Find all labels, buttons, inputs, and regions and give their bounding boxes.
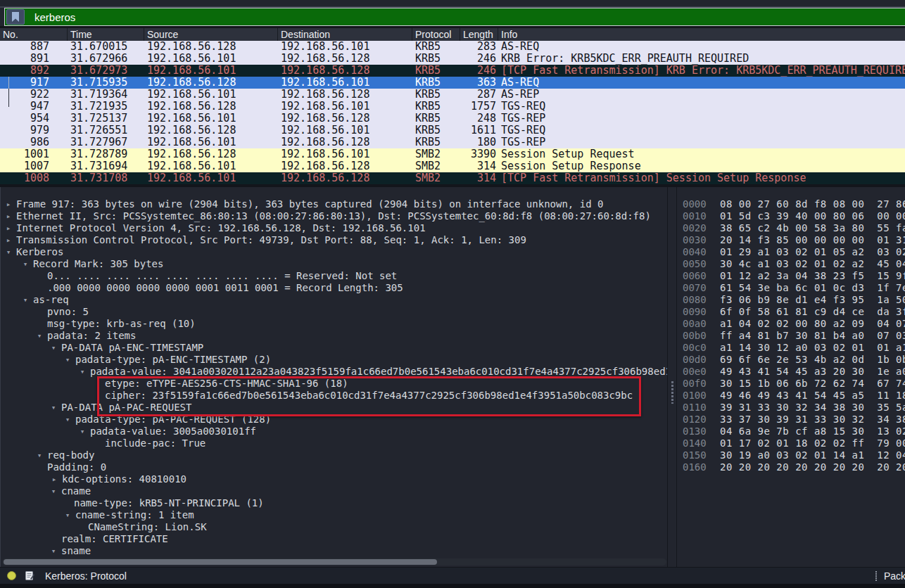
collapse-arrow-icon[interactable]: ▾ bbox=[77, 366, 87, 378]
scrollbar-thumb[interactable] bbox=[4, 559, 437, 565]
expand-arrow-icon[interactable]: ▸ bbox=[4, 234, 13, 246]
hex-row[interactable]: 00c0a1 14 30 12 a0 03 02 01 01 a1 bbox=[683, 342, 905, 354]
collapse-arrow-icon[interactable]: ▾ bbox=[63, 354, 72, 366]
detail-horizontal-scrollbar[interactable] bbox=[2, 558, 666, 565]
hex-row[interactable]: 004001 29 a1 03 02 01 05 a2 03 02 bbox=[683, 246, 905, 258]
hex-row[interactable]: 0080f3 06 b9 8e d1 e4 f3 95 1a 50 bbox=[683, 294, 905, 306]
tree-row[interactable]: ▾PA-DATA pA-PAC-REQUEST bbox=[1, 402, 667, 414]
tree-row[interactable]: ▾padata: 2 items bbox=[1, 330, 667, 342]
tree-row[interactable]: ▾padata-type: pA-PAC-REQUEST (128) bbox=[1, 414, 667, 426]
tree-row[interactable]: ▾padata-type: pA-ENC-TIMESTAMP (2) bbox=[1, 354, 667, 366]
tree-row[interactable]: include-pac: True bbox=[1, 437, 667, 449]
packet-row[interactable]: 100731.731694192.168.56.101192.168.56.12… bbox=[0, 160, 905, 172]
packet-row[interactable]: 97931.726551192.168.56.128192.168.56.101… bbox=[0, 124, 905, 136]
hex-row[interactable]: 00d069 6f 6e 2e 53 4b a2 0d 1b 0b bbox=[683, 354, 905, 366]
collapse-arrow-icon[interactable]: ▾ bbox=[34, 330, 44, 342]
tree-row[interactable]: ▾cname bbox=[1, 485, 667, 497]
tree-row[interactable]: ▸Transmission Control Protocol, Src Port… bbox=[1, 234, 667, 246]
hex-row[interactable]: 00906f 0f 58 61 81 c9 d4 ce da 3f bbox=[683, 306, 905, 318]
packet-row[interactable]: 94731.721935192.168.56.128192.168.56.101… bbox=[0, 101, 905, 113]
collapse-arrow-icon[interactable]: ▾ bbox=[63, 509, 72, 521]
expert-info-dot-icon[interactable] bbox=[7, 571, 16, 580]
tree-row[interactable]: ▾sname bbox=[1, 545, 667, 557]
status-splitter-handle[interactable] bbox=[875, 570, 877, 582]
tree-row[interactable]: ▸Ethernet II, Src: PCSSystemtec_86:80:13… bbox=[1, 210, 667, 222]
tree-row[interactable]: name-type: kRB5-NT-PRINCIPAL (1) bbox=[1, 497, 667, 509]
expand-arrow-icon[interactable]: ▸ bbox=[4, 210, 13, 222]
column-header-info[interactable]: Info bbox=[498, 28, 905, 41]
hex-row[interactable]: 006001 12 a2 3a 04 38 23 f5 15 9f bbox=[683, 270, 905, 282]
tree-row[interactable]: ▸Frame 917: 363 bytes on wire (2904 bits… bbox=[1, 198, 667, 210]
packet-row[interactable]: 98631.727967192.168.56.101192.168.56.128… bbox=[0, 136, 905, 148]
filter-bookmark-button[interactable] bbox=[6, 9, 25, 25]
packet-row[interactable]: 88731.670015192.168.56.128192.168.56.101… bbox=[0, 41, 905, 53]
tree-row[interactable]: cipher: 23f5159fa1c66ed7b0e561543eba6c01… bbox=[1, 390, 667, 402]
tree-row[interactable]: .000 0000 0000 0000 0000 0001 0011 0001 … bbox=[1, 282, 667, 294]
hex-row[interactable]: 015030 19 a0 03 02 01 14 a1 12 04 bbox=[683, 449, 905, 461]
column-header-time[interactable]: Time bbox=[68, 28, 144, 41]
packet-row[interactable]: 89131.672966192.168.56.101192.168.56.128… bbox=[0, 53, 905, 65]
tree-row[interactable]: ▾PA-DATA pA-ENC-TIMESTAMP bbox=[1, 342, 667, 354]
collapse-arrow-icon[interactable]: ▾ bbox=[20, 258, 30, 270]
tree-row[interactable]: CNameString: Lion.SK bbox=[1, 521, 667, 533]
expand-arrow-icon[interactable]: ▸ bbox=[49, 473, 59, 485]
collapse-arrow-icon[interactable]: ▾ bbox=[63, 414, 72, 426]
collapse-arrow-icon[interactable]: ▾ bbox=[34, 449, 44, 461]
tree-row[interactable]: ▾req-body bbox=[1, 449, 667, 461]
hex-row[interactable]: 000008 00 27 60 8d f8 08 00 27 86 bbox=[683, 198, 905, 210]
tree-row[interactable]: msg-type: krb-as-req (10) bbox=[1, 318, 667, 330]
expand-arrow-icon[interactable]: ▸ bbox=[4, 198, 13, 210]
tree-row[interactable]: ▾Record Mark: 305 bytes bbox=[1, 258, 667, 270]
packet-row[interactable]: 100131.728789192.168.56.128192.168.56.10… bbox=[0, 148, 905, 160]
tree-row[interactable]: 0... .... .... .... .... .... .... .... … bbox=[1, 270, 667, 282]
capture-comment-icon[interactable] bbox=[25, 570, 34, 581]
hex-row[interactable]: 00f030 15 1b 06 6b 72 62 74 67 74 bbox=[683, 378, 905, 390]
tree-row[interactable]: ▾padata-value: 3041a003020112a23a043823f… bbox=[1, 366, 667, 378]
tree-row[interactable]: Padding: 0 bbox=[1, 461, 667, 473]
tree-row[interactable]: realm: CERTIFICATE bbox=[1, 533, 667, 545]
hex-row[interactable]: 00b0ff a4 81 b7 30 81 b4 a0 07 03 bbox=[683, 330, 905, 342]
hex-row[interactable]: 001001 5d c3 39 40 00 80 06 00 00 bbox=[683, 210, 905, 222]
hex-row[interactable]: 00e049 43 41 54 45 a3 20 30 1e a0 bbox=[683, 366, 905, 378]
filter-expression-text[interactable]: kerberos bbox=[34, 11, 75, 23]
collapse-arrow-icon[interactable]: ▾ bbox=[49, 485, 58, 497]
expand-arrow-icon[interactable]: ▸ bbox=[4, 222, 13, 234]
tree-row[interactable]: ▾Kerberos bbox=[1, 246, 667, 258]
tree-row[interactable]: ▾padata-value: 3005a0030101ff bbox=[1, 426, 667, 437]
hex-row[interactable]: 010049 46 49 43 41 54 45 a5 11 18 bbox=[683, 390, 905, 402]
hex-row[interactable]: 016020 20 20 20 20 20 20 20 20 20 bbox=[683, 461, 905, 473]
tree-row[interactable]: ▾as-req bbox=[1, 294, 667, 306]
collapse-arrow-icon[interactable]: ▾ bbox=[49, 342, 58, 354]
column-header-destination[interactable]: Destination bbox=[278, 28, 412, 41]
hex-row[interactable]: 007061 54 3e ba 6c 01 0c d3 1f 7e bbox=[683, 282, 905, 294]
display-filter-input[interactable]: kerberos bbox=[4, 8, 905, 26]
hex-row[interactable]: 005030 4c a1 03 02 01 02 a2 45 04 bbox=[683, 258, 905, 270]
column-header-source[interactable]: Source bbox=[144, 28, 278, 41]
hex-row[interactable]: 00a0a1 04 02 02 00 80 a2 09 04 07 bbox=[683, 318, 905, 330]
hex-row[interactable]: 012033 37 30 39 31 33 30 32 34 38 bbox=[683, 414, 905, 426]
packet-row[interactable]: 100831.731708192.168.56.101192.168.56.12… bbox=[0, 172, 905, 184]
tree-row[interactable]: pvno: 5 bbox=[1, 306, 667, 318]
tree-row[interactable]: ▸Internet Protocol Version 4, Src: 192.1… bbox=[1, 222, 667, 234]
hex-row[interactable]: 013004 6a 9e 7b cf a8 15 30 13 02 bbox=[683, 426, 905, 437]
packet-row[interactable]: 91731.715935192.168.56.128192.168.56.101… bbox=[0, 77, 905, 89]
collapse-arrow-icon[interactable]: ▾ bbox=[49, 402, 58, 414]
collapse-arrow-icon[interactable]: ▾ bbox=[49, 545, 58, 557]
packet-row[interactable]: 92231.719364192.168.56.101192.168.56.128… bbox=[0, 89, 905, 101]
column-header-no[interactable]: No. bbox=[0, 28, 68, 41]
pane-splitter-vertical[interactable] bbox=[667, 187, 677, 567]
collapse-arrow-icon[interactable]: ▾ bbox=[77, 426, 87, 437]
hex-row[interactable]: 011039 31 33 30 32 34 38 30 35 5a bbox=[683, 402, 905, 414]
hex-row[interactable]: 003020 14 f3 85 00 00 00 00 01 31 bbox=[683, 234, 905, 246]
packet-row[interactable]: 89231.672973192.168.56.101192.168.56.128… bbox=[0, 65, 905, 77]
hex-row[interactable]: 014001 17 02 01 18 02 02 ff 79 00 bbox=[683, 437, 905, 449]
packet-row[interactable]: 95431.725137192.168.56.101192.168.56.128… bbox=[0, 113, 905, 124]
tree-row[interactable]: ▾cname-string: 1 item bbox=[1, 509, 667, 521]
tree-row[interactable]: etype: eTYPE-AES256-CTS-HMAC-SHA1-96 (18… bbox=[1, 378, 667, 390]
tree-row[interactable]: ▸kdc-options: 40810010 bbox=[1, 473, 667, 485]
hex-row[interactable]: 002038 65 c2 4b 00 58 3a 80 55 fa bbox=[683, 222, 905, 234]
collapse-arrow-icon[interactable]: ▾ bbox=[20, 294, 30, 306]
column-header-protocol[interactable]: Protocol bbox=[412, 28, 460, 41]
collapse-arrow-icon[interactable]: ▾ bbox=[4, 246, 13, 258]
column-header-length[interactable]: Length bbox=[460, 28, 498, 41]
